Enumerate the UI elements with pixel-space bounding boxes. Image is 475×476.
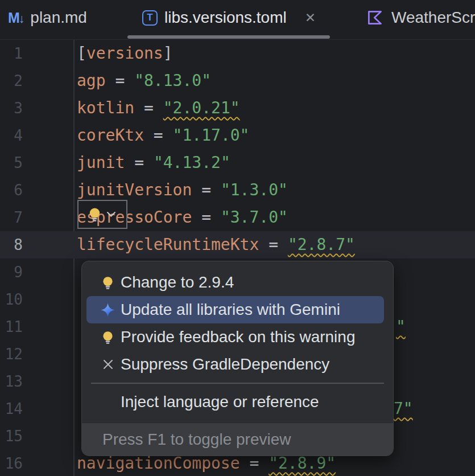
intention-bulb-widget[interactable] [77, 200, 127, 229]
popup-footer-hint: Press F1 to toggle preview [82, 422, 393, 456]
tab-label: libs.versions.toml [164, 9, 287, 27]
ide-window: M↓ plan.md T libs.versions.toml ✕ Weathe… [0, 0, 475, 476]
code-line-1[interactable]: 1[versions] [0, 40, 475, 67]
gemini-sparkle-icon [100, 302, 115, 318]
code-line-8[interactable]: 8lifecycleRuntimeKtx = "2.8.7" [0, 231, 475, 258]
popup-item-provide-feedback-on-warning[interactable]: Provide feedback on this warning [86, 323, 384, 351]
code-text: junit = "4.13.2" [77, 149, 230, 177]
popup-item-label: Suppress GradleDependency [121, 355, 329, 374]
popup-item-suppress-gradledependency[interactable]: Suppress GradleDependency [86, 351, 384, 378]
tab-weatherscreen[interactable]: WeatherScree [365, 0, 475, 35]
code-line-2[interactable]: 2agp = "8.13.0" [0, 67, 475, 95]
code-line-6[interactable]: 6junitVersion = "1.3.0" [0, 177, 475, 204]
line-number[interactable]: 15 [0, 422, 23, 450]
tab-libs-versions-toml[interactable]: T libs.versions.toml ✕ [142, 0, 316, 35]
code-text: kotlin = "2.0.21" [77, 95, 240, 122]
popup-item-change-to-2-9-4[interactable]: Change to 2.9.4 [86, 269, 384, 296]
line-number[interactable]: 11 [0, 313, 23, 340]
line-number[interactable]: 7 [0, 204, 23, 231]
line-number[interactable]: 2 [0, 67, 23, 95]
intention-popup: Change to 2.9.4Update all libraries with… [81, 261, 394, 456]
popup-item-label: Update all libraries with Gemini [121, 301, 340, 319]
kotlin-file-icon [365, 8, 385, 27]
line-number[interactable]: 3 [0, 95, 23, 122]
lightbulb-icon [86, 206, 103, 223]
lightbulb-icon [100, 330, 115, 345]
line-number[interactable]: 13 [0, 368, 23, 395]
close-icon [100, 357, 115, 372]
line-number[interactable]: 14 [0, 395, 23, 422]
tab-label: plan.md [30, 9, 87, 27]
tab-scrollbar-thumb[interactable] [127, 35, 330, 39]
line-number[interactable]: 5 [0, 149, 23, 177]
line-number[interactable]: 9 [0, 258, 23, 286]
tab-plan-md[interactable]: M↓ plan.md [8, 0, 87, 35]
line-number[interactable]: 8 [0, 231, 23, 258]
popup-item-update-all-libraries-with-gemini[interactable]: Update all libraries with Gemini [86, 296, 384, 323]
line-number[interactable]: 12 [0, 340, 23, 368]
no-icon [100, 395, 115, 410]
code-fragment: 7" [394, 395, 413, 422]
code-text: coreKtx = "1.17.0" [77, 122, 249, 149]
tab-label: WeatherScree [391, 9, 475, 27]
editor-tab-bar: M↓ plan.md T libs.versions.toml ✕ Weathe… [0, 0, 475, 40]
code-text: lifecycleRuntimeKtx = "2.8.7" [77, 231, 355, 258]
line-number[interactable]: 16 [0, 450, 23, 476]
lightbulb-icon [100, 275, 115, 290]
line-number[interactable]: 6 [0, 177, 23, 204]
close-tab-icon[interactable]: ✕ [305, 10, 316, 26]
code-line-3[interactable]: 3kotlin = "2.0.21" [0, 95, 475, 122]
code-text: agp = "8.13.0" [77, 67, 211, 95]
code-fragment: " [396, 313, 406, 340]
popup-item-inject-language-or-reference[interactable]: Inject language or reference [86, 388, 384, 416]
popup-separator [91, 383, 384, 384]
chevron-down-icon [106, 211, 116, 218]
toml-file-icon: T [142, 10, 158, 26]
code-text: [versions] [77, 40, 173, 67]
code-line-4[interactable]: 4coreKtx = "1.17.0" [0, 122, 475, 149]
editor-pane[interactable]: 1[versions]2agp = "8.13.0"3kotlin = "2.0… [0, 40, 475, 476]
popup-item-label: Provide feedback on this warning [121, 328, 355, 346]
line-number[interactable]: 10 [0, 286, 23, 313]
code-line-5[interactable]: 5junit = "4.13.2" [0, 149, 475, 177]
line-number[interactable]: 4 [0, 122, 23, 149]
line-number[interactable]: 1 [0, 40, 23, 67]
markdown-icon: M↓ [8, 10, 23, 26]
popup-item-label: Inject language or reference [121, 393, 319, 411]
code-line-7[interactable]: 7espressoCore = "3.7.0" [0, 204, 475, 231]
popup-item-label: Change to 2.9.4 [121, 273, 234, 292]
